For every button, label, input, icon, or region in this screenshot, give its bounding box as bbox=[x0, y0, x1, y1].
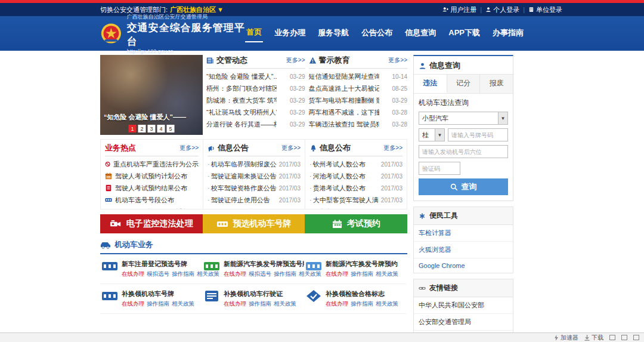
news-item[interactable]: 梧州：多部门联合对辖区幼...03-29 bbox=[206, 82, 305, 94]
nav-info-query[interactable]: 信息查询 bbox=[404, 25, 437, 42]
tool-link[interactable]: 车检计算器 bbox=[414, 225, 513, 242]
accelerator-button[interactable]: 加速器 bbox=[554, 334, 578, 342]
more-link[interactable]: 更多>> bbox=[388, 56, 407, 64]
vehicle-type-select[interactable]: 小型汽车 ▼ bbox=[419, 112, 508, 125]
nav-announcements[interactable]: 公告公布 bbox=[360, 25, 394, 42]
service-link[interactable]: 在线办理 bbox=[224, 270, 246, 278]
more-link[interactable]: 更多>> bbox=[383, 144, 402, 152]
nav-business[interactable]: 业务办理 bbox=[273, 25, 306, 42]
service-link[interactable]: 模拟选号 bbox=[249, 270, 271, 278]
query-submit-button[interactable]: 查询 bbox=[419, 178, 508, 195]
service-replace-vehicle-license[interactable]: 补换领机动车行驶证 在线办理 操作指南 相关政策 bbox=[202, 284, 304, 314]
news-item[interactable]: 分道行驶 各行其道——梧州...03-29 bbox=[206, 118, 305, 130]
province-select[interactable]: 桂 ▼ bbox=[419, 128, 445, 141]
service-link[interactable]: 在线办理 bbox=[326, 300, 348, 308]
service-newenergy-preselect-plate[interactable]: 新能源汽车换发号牌预选号牌 在线办理 模拟选号 操作指南 相关政策 bbox=[202, 254, 304, 284]
announcement-item[interactable]: ·钦州考试人数公布2017/03 bbox=[309, 158, 402, 170]
friendly-link[interactable]: 中华人民共和国公安部 bbox=[414, 297, 513, 314]
engine-number-input[interactable] bbox=[419, 145, 508, 158]
service-link[interactable]: 相关政策 bbox=[376, 300, 398, 308]
hotspot-item[interactable]: 机动车选号号段公布 bbox=[105, 194, 199, 206]
notice-item[interactable]: ·校车驾驶资格作废公告2017/03 bbox=[208, 182, 301, 194]
banner-preselect-plate[interactable]: 预选机动车号牌 bbox=[203, 214, 305, 233]
tab-scrap[interactable]: 报废 bbox=[480, 75, 513, 93]
nav-home[interactable]: 首页 bbox=[245, 24, 263, 42]
news-item[interactable]: 货车与电动车相撞翻侧 致...03-29 bbox=[309, 94, 408, 106]
nav-service-guide[interactable]: 服务导航 bbox=[317, 25, 350, 42]
notice-item[interactable]: ·驾驶证逾期未换证公告2017/03 bbox=[208, 170, 301, 182]
user-register-link[interactable]: 用户注册 bbox=[442, 5, 476, 14]
carousel-page-3[interactable]: 3 bbox=[148, 125, 156, 133]
personal-login-link[interactable]: 个人登录 bbox=[485, 5, 519, 14]
tab-points[interactable]: 记分 bbox=[447, 75, 481, 93]
captcha-input[interactable] bbox=[419, 162, 460, 175]
service-replace-inspection-mark[interactable]: 补换领检验合格标志 在线办理 操作指南 相关政策 bbox=[304, 284, 406, 314]
hotspot-item[interactable]: 驾驶人考试预约结果公布 bbox=[105, 182, 199, 194]
tab-violation[interactable]: 违法 bbox=[414, 75, 447, 93]
news-item[interactable]: 两车相遇不减速，这下撞得...03-28 bbox=[309, 106, 408, 118]
service-link[interactable]: 相关政策 bbox=[376, 270, 398, 278]
service-link[interactable]: 在线办理 bbox=[122, 270, 144, 278]
news-item[interactable]: 车辆违法被查扣 驾驶员犯糊...03-28 bbox=[309, 118, 408, 130]
news-item[interactable]: 防城港：夜查大货车 筑牢“...03-29 bbox=[206, 94, 305, 106]
news-item[interactable]: “礼让斑马线 文明梧州人”...03-29 bbox=[206, 106, 305, 118]
query-panel-title: 信息查询 bbox=[429, 60, 460, 71]
more-link[interactable]: 更多>> bbox=[179, 144, 199, 152]
nav-app-download[interactable]: APP下载 bbox=[447, 25, 481, 42]
service-link[interactable]: 在线办理 bbox=[122, 300, 144, 308]
hotspot-item[interactable]: 驾驶人异地考试预约计划公布 bbox=[105, 206, 199, 209]
hotspot-item[interactable]: 驾驶人考试预约计划公布 bbox=[105, 170, 199, 182]
carousel-page-1[interactable]: 1 bbox=[129, 125, 137, 133]
service-link[interactable]: 在线办理 bbox=[224, 300, 246, 308]
caret-down-icon: ▼ bbox=[217, 6, 224, 13]
service-link[interactable]: 模拟选号 bbox=[147, 270, 169, 278]
service-new-car-plate[interactable]: 新车注册登记预选号牌 在线办理 模拟选号 操作指南 相关政策 bbox=[100, 254, 202, 284]
banner-electronic-monitoring[interactable]: 电子监控违法处理 bbox=[100, 214, 203, 233]
window-panel-icon[interactable] bbox=[609, 335, 615, 340]
panel-title: 信息公告 bbox=[218, 143, 249, 153]
hotspot-item[interactable]: 重点机动车严重违法行为公示 bbox=[105, 158, 199, 170]
service-link[interactable]: 操作指南 bbox=[172, 270, 194, 278]
carousel-page-2[interactable]: 2 bbox=[138, 125, 146, 133]
service-replace-plate[interactable]: 补换领机动车号牌 在线办理 操作指南 相关政策 bbox=[100, 284, 202, 314]
service-link[interactable]: 操作指南 bbox=[274, 270, 296, 278]
separator: | bbox=[480, 6, 482, 13]
plate-number-input[interactable] bbox=[448, 128, 508, 141]
announcement-item[interactable]: ·大中型客货车驾驶人满分公布2017/03 bbox=[309, 194, 402, 206]
carousel-page-5[interactable]: 5 bbox=[167, 125, 175, 133]
service-link[interactable]: 在线办理 bbox=[326, 270, 348, 278]
friendly-link[interactable]: 公安部交通管理局 bbox=[414, 314, 513, 331]
service-link[interactable]: 相关政策 bbox=[274, 300, 296, 308]
download-button[interactable]: 下载 bbox=[584, 334, 603, 342]
carousel[interactable]: “知危险 会避险 懂爱人”—— 1 2 3 4 5 bbox=[100, 55, 203, 135]
news-item[interactable]: “知危险 会避险 懂爱人”...03-29 bbox=[206, 70, 305, 82]
service-link[interactable]: 相关政策 bbox=[172, 300, 194, 308]
nav-handling-guide[interactable]: 办事指南 bbox=[491, 25, 525, 42]
service-link[interactable]: 操作指南 bbox=[351, 300, 373, 308]
service-link[interactable]: 操作指南 bbox=[351, 270, 373, 278]
more-link[interactable]: 更多>> bbox=[281, 144, 301, 152]
tool-link[interactable]: Google Chrome bbox=[414, 258, 513, 273]
news-item[interactable]: 盘点高速路上十大易被记分...08-25 bbox=[309, 82, 408, 94]
calendar-icon bbox=[105, 172, 112, 180]
announcement-item[interactable]: ·南宁考试人数公布2017/03 bbox=[309, 206, 402, 209]
banner-exam-appointment[interactable]: 考试预约 bbox=[305, 214, 407, 233]
notice-item[interactable]: ·机动车号牌未收回作废公告2017/03 bbox=[208, 206, 301, 209]
screenshot-icon[interactable] bbox=[621, 335, 627, 340]
service-link[interactable]: 操作指南 bbox=[249, 300, 271, 308]
service-newenergy-plate-appointment[interactable]: 新能源汽车换发号牌预约 在线办理 操作指南 相关政策 bbox=[304, 254, 406, 284]
announcement-item[interactable]: ·贵港考试人数公布2017/03 bbox=[309, 182, 402, 194]
notice-item[interactable]: ·驾驶证停止使用公告2017/03 bbox=[208, 194, 301, 206]
vehicle-section-header: 机动车业务 bbox=[100, 239, 407, 254]
more-link[interactable]: 更多>> bbox=[286, 56, 305, 64]
brand[interactable]: 广西壮族自治区公安厅交通管理局 交通安全综合服务管理平台 http://gx.1… bbox=[100, 13, 245, 54]
service-link[interactable]: 操作指南 bbox=[147, 300, 169, 308]
notice-item[interactable]: ·机动车临界强制报废公告2017/03 bbox=[208, 158, 301, 170]
unit-login-link[interactable]: 单位登录 bbox=[528, 5, 562, 14]
refresh-icon[interactable] bbox=[633, 335, 639, 340]
news-item[interactable]: 短信通知登陆某网址查询违...10-14 bbox=[309, 70, 408, 82]
announcement-item[interactable]: ·河池考试人数公布2017/03 bbox=[309, 170, 402, 182]
tool-link[interactable]: 火狐浏览器 bbox=[414, 242, 513, 258]
carousel-page-4[interactable]: 4 bbox=[157, 125, 165, 133]
service-title: 新能源汽车换发号牌预选号牌 bbox=[224, 260, 304, 269]
